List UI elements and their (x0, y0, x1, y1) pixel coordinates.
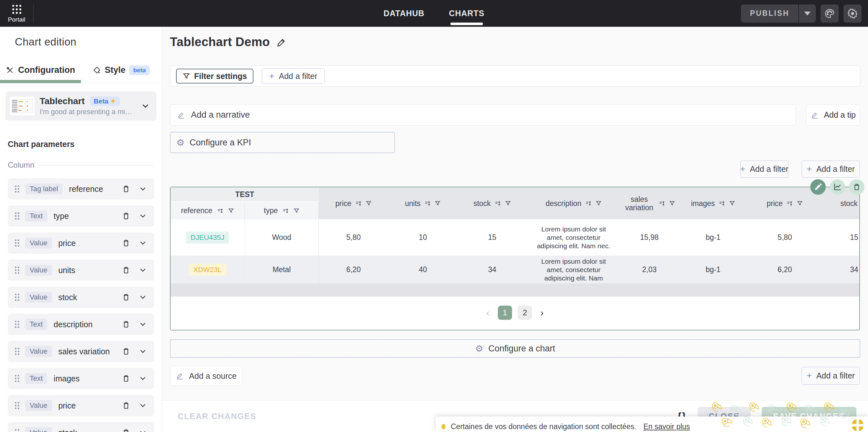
sort-icon[interactable] (282, 208, 289, 214)
pagination-next[interactable]: › (538, 307, 546, 318)
column-item-reference[interactable]: Tag label reference (8, 178, 154, 199)
publish-dropdown-button[interactable] (799, 4, 816, 23)
add-source-button[interactable]: Add a source (170, 366, 242, 386)
sort-icon[interactable] (585, 200, 592, 207)
trash-icon (852, 183, 861, 191)
column-item-price-2[interactable]: Value price (8, 395, 154, 416)
chevron-down-icon[interactable] (138, 293, 147, 302)
chevron-down-icon[interactable] (138, 428, 147, 432)
chevron-down-icon[interactable] (138, 266, 147, 274)
trash-icon[interactable] (122, 320, 130, 329)
filter-funnel-icon[interactable] (595, 200, 602, 206)
sort-icon[interactable] (355, 200, 362, 207)
drag-handle-icon[interactable] (14, 293, 20, 302)
trash-icon[interactable] (122, 185, 130, 193)
clear-changes-button[interactable]: CLEAR CHANGES (178, 412, 256, 421)
add-tip-button[interactable]: Add a tip (806, 104, 860, 126)
sort-icon[interactable] (495, 200, 501, 207)
cell-stock: 34 (458, 256, 527, 283)
filter-funnel-icon[interactable] (729, 200, 735, 206)
pagination-page-1[interactable]: 1 (498, 306, 512, 320)
column-type-badge: Value (25, 346, 52, 357)
filter-funnel-icon[interactable] (505, 200, 511, 206)
filter-funnel-icon[interactable] (293, 208, 300, 214)
column-name: type (54, 212, 117, 221)
column-header-stock: stock (458, 187, 527, 219)
chevron-down-icon[interactable] (141, 101, 150, 111)
funnel-icon (183, 72, 190, 80)
column-item-type[interactable]: Text type (8, 205, 154, 227)
trash-icon[interactable] (122, 266, 130, 274)
chart-type-card[interactable]: AAA BBB CCC Tablechart (5, 91, 156, 121)
theme-palette-button[interactable] (820, 4, 839, 23)
chevron-down-icon[interactable] (138, 185, 147, 193)
filter-settings-button[interactable]: Filter settings (176, 69, 253, 84)
drag-handle-icon[interactable] (14, 266, 20, 274)
sort-icon[interactable] (217, 208, 223, 214)
sort-icon[interactable] (719, 200, 725, 207)
chevron-down-icon[interactable] (138, 239, 147, 247)
sort-icon[interactable] (659, 200, 665, 207)
drag-handle-icon[interactable] (14, 428, 20, 432)
tab-style[interactable]: Style beta (81, 58, 162, 83)
sort-icon[interactable] (786, 200, 793, 207)
column-item-units[interactable]: Value units (8, 259, 154, 281)
delete-chart-button[interactable] (849, 179, 864, 195)
sort-icon[interactable] (424, 200, 431, 207)
column-item-stock-2[interactable]: Value stock (8, 422, 154, 432)
column-item-description[interactable]: Text description (8, 314, 154, 335)
add-filter-button[interactable]: + Add a filter (802, 160, 860, 178)
filter-funnel-icon[interactable] (797, 200, 803, 206)
trash-icon[interactable] (122, 401, 130, 410)
trash-icon[interactable] (122, 347, 130, 356)
configure-chart-button[interactable]: ⚙ Configure a chart (170, 339, 860, 358)
chevron-down-icon[interactable] (138, 212, 147, 220)
trash-icon[interactable] (122, 374, 130, 383)
drag-handle-icon[interactable] (14, 347, 20, 356)
publish-button[interactable]: PUBLISH (741, 4, 798, 23)
column-item-stock[interactable]: Value stock (8, 287, 154, 308)
pagination-page-2[interactable]: 2 (518, 306, 532, 320)
column-item-price[interactable]: Value price (8, 233, 154, 254)
chevron-down-icon[interactable] (138, 374, 147, 383)
settings-button[interactable] (843, 4, 862, 23)
edit-chart-button[interactable] (810, 179, 826, 195)
trash-icon[interactable] (122, 212, 130, 220)
drag-handle-icon[interactable] (14, 239, 20, 247)
nav-tab-charts[interactable]: CHARTS (449, 0, 484, 27)
chart-view-button[interactable] (830, 179, 845, 195)
app-logo[interactable]: Portail (0, 0, 33, 27)
drag-handle-icon[interactable] (14, 185, 20, 193)
chevron-down-icon[interactable] (138, 401, 147, 410)
column-item-sales-variation[interactable]: Value sales variation (8, 341, 154, 362)
drag-handle-icon[interactable] (14, 401, 20, 410)
drag-handle-icon[interactable] (14, 374, 20, 383)
configure-kpi-button[interactable]: ⚙ Configure a KPI (170, 132, 395, 153)
add-narrative-field[interactable]: Add a narrative (170, 104, 796, 126)
cookie-learn-more-link[interactable]: En savoir plus (643, 422, 690, 431)
column-name: stock (58, 428, 117, 432)
column-item-images[interactable]: Text images (8, 368, 154, 389)
filter-funnel-icon[interactable] (228, 208, 234, 214)
drag-handle-icon[interactable] (14, 212, 20, 220)
trash-icon[interactable] (122, 428, 130, 432)
filter-funnel-icon[interactable] (366, 200, 372, 206)
pagination-prev[interactable]: ‹ (484, 307, 492, 318)
nav-tab-datahub[interactable]: DATAHUB (383, 0, 424, 27)
add-filter-slot-2: + Add a filter (802, 160, 860, 178)
chevron-down-icon[interactable] (138, 320, 147, 329)
chevron-down-icon[interactable] (138, 347, 147, 356)
edit-title-pencil-icon[interactable] (276, 37, 287, 48)
add-filter-button[interactable]: + Add a filter (262, 68, 325, 84)
svg-text:BBB: BBB (13, 105, 18, 107)
column-header-sales-variation: sales variation (620, 187, 678, 219)
add-filter-button[interactable]: + Add a filter (740, 160, 788, 178)
add-filter-button[interactable]: + Add a filter (802, 367, 860, 384)
filter-funnel-icon[interactable] (669, 200, 675, 206)
filter-funnel-icon[interactable] (435, 200, 441, 206)
trash-icon[interactable] (122, 293, 130, 302)
drag-handle-icon[interactable] (14, 320, 20, 329)
trash-icon[interactable] (122, 239, 130, 247)
tab-configuration[interactable]: Configuration (0, 58, 81, 83)
cookie-dot-icon (441, 424, 445, 429)
